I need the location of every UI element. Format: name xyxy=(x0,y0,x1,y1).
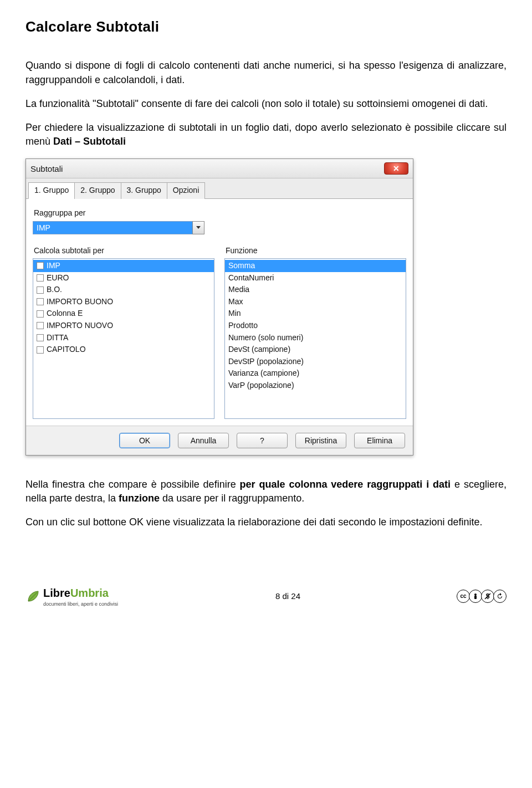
reset-button[interactable]: Ripristina xyxy=(295,433,346,448)
calc-item[interactable]: Colonna E xyxy=(33,308,214,320)
function-item[interactable]: DevStP (popolazione) xyxy=(225,356,406,368)
calc-subtotals-label: Calcola subtotali per xyxy=(34,245,214,257)
function-item[interactable]: VarP (popolazione) xyxy=(225,380,406,392)
tab-group-1[interactable]: 1. Gruppo xyxy=(28,182,75,199)
calc-item[interactable]: IMP xyxy=(33,260,214,272)
menu-path: Dati – Subtotali xyxy=(53,136,126,147)
function-item[interactable]: Min xyxy=(225,308,406,320)
function-item[interactable]: Numero (solo numeri) xyxy=(225,332,406,344)
explain-para-1: Nella finestra che compare è possibile d… xyxy=(25,478,507,505)
checkbox-icon[interactable] xyxy=(37,334,44,341)
leaf-icon xyxy=(25,589,41,604)
calc-item-label: IMPORTO BUONO xyxy=(47,296,113,308)
intro-para-3: Per chiedere la visualizzazione di subto… xyxy=(25,121,507,149)
tab-group-2[interactable]: 2. Gruppo xyxy=(74,182,121,199)
function-item[interactable]: Somma xyxy=(225,260,406,272)
libreumbria-logo: LibreUmbria documenti liberi, aperti e c… xyxy=(25,585,118,608)
by-icon xyxy=(469,590,482,603)
checkbox-icon[interactable] xyxy=(37,322,44,329)
dialog-button-row: OK Annulla ? Ripristina Elimina xyxy=(26,426,413,455)
calc-item-label: CAPITOLO xyxy=(47,344,86,355)
dialog-title: Subtotali xyxy=(30,163,63,175)
function-listbox[interactable]: SommaContaNumeriMediaMaxMinProdottoNumer… xyxy=(224,258,406,419)
calc-item[interactable]: DITTA xyxy=(33,332,214,344)
calc-item-label: EURO xyxy=(47,273,69,284)
svg-point-0 xyxy=(474,593,477,596)
function-item[interactable]: Media xyxy=(225,284,406,296)
checkbox-icon[interactable] xyxy=(37,262,44,269)
nc-icon: $ xyxy=(481,590,494,603)
close-icon: ✕ xyxy=(393,163,400,175)
calc-item-label: IMP xyxy=(47,260,60,272)
logo-text-b: Umbria xyxy=(70,587,109,599)
calc-item-label: DITTA xyxy=(47,332,68,344)
page-footer: LibreUmbria documenti liberi, aperti e c… xyxy=(25,585,507,608)
checkbox-icon[interactable] xyxy=(37,310,44,318)
group-by-dropdown-button[interactable] xyxy=(192,221,204,234)
calc-item[interactable]: B.O. xyxy=(33,284,214,296)
explain-1d: funzione xyxy=(119,493,160,504)
checkbox-icon[interactable] xyxy=(37,346,44,354)
checkbox-icon[interactable] xyxy=(37,286,44,294)
function-item[interactable]: ContaNumeri xyxy=(225,272,406,284)
group-by-combobox[interactable]: IMP xyxy=(33,221,204,234)
checkbox-icon[interactable] xyxy=(37,274,44,282)
intro-para-2: La funzionalità "Subtotali" consente di … xyxy=(25,97,507,111)
calc-item[interactable]: IMPORTO BUONO xyxy=(33,296,214,308)
delete-button[interactable]: Elimina xyxy=(354,433,405,448)
function-item[interactable]: Prodotto xyxy=(225,320,406,332)
tab-group-3[interactable]: 3. Gruppo xyxy=(121,182,167,199)
logo-text-a: Libre xyxy=(43,587,70,599)
ok-button[interactable]: OK xyxy=(119,433,170,448)
group-by-value: IMP xyxy=(33,221,192,234)
function-item[interactable]: Varianza (campione) xyxy=(225,367,406,380)
group-by-label: Raggruppa per xyxy=(34,208,406,219)
function-label: Funzione xyxy=(226,245,406,257)
checkbox-icon[interactable] xyxy=(37,298,44,305)
tab-panel: Raggruppa per IMP Calcola subtotali per … xyxy=(26,199,413,426)
close-button[interactable]: ✕ xyxy=(384,162,408,175)
cancel-button[interactable]: Annulla xyxy=(178,433,229,448)
calc-item[interactable]: EURO xyxy=(33,272,214,284)
sa-icon xyxy=(493,590,507,603)
dialog-screenshot: Subtotali ✕ 1. Gruppo 2. Gruppo 3. Grupp… xyxy=(25,158,507,456)
explain-1a: Nella finestra che compare è possibile d… xyxy=(25,479,240,490)
chevron-down-icon xyxy=(196,226,201,229)
logo-tagline: documenti liberi, aperti e condivisi xyxy=(43,601,118,608)
explain-para-2: Con un clic sul bottone OK viene visuali… xyxy=(25,515,507,529)
help-button[interactable]: ? xyxy=(237,433,288,448)
intro-para-1: Quando si dispone di fogli di calcolo co… xyxy=(25,59,507,86)
tab-strip: 1. Gruppo 2. Gruppo 3. Gruppo Opzioni xyxy=(26,178,413,199)
tab-options[interactable]: Opzioni xyxy=(167,182,205,199)
calc-item[interactable]: CAPITOLO xyxy=(33,344,214,356)
explain-1b: per quale colonna vedere raggruppati i d… xyxy=(240,479,451,490)
subtotali-dialog: Subtotali ✕ 1. Gruppo 2. Gruppo 3. Grupp… xyxy=(25,158,413,456)
dialog-titlebar: Subtotali ✕ xyxy=(26,159,413,178)
function-item[interactable]: DevSt (campione) xyxy=(225,344,406,356)
calc-item-label: Colonna E xyxy=(47,308,83,319)
svg-rect-1 xyxy=(474,596,477,599)
cc-license-badges: cc $ xyxy=(458,590,507,603)
page-title: Calcolare Subtotali xyxy=(25,17,507,37)
calc-item-label: B.O. xyxy=(47,284,62,295)
logo-text: LibreUmbria xyxy=(43,585,118,601)
function-item[interactable]: Max xyxy=(225,296,406,308)
calc-item-label: IMPORTO NUOVO xyxy=(47,320,113,331)
cc-icon: cc xyxy=(457,590,470,603)
page-number: 8 di 24 xyxy=(275,590,300,602)
calc-subtotals-listbox[interactable]: IMPEUROB.O.IMPORTO BUONOColonna EIMPORTO… xyxy=(33,258,214,419)
explain-1e: da usare per il raggruppamento. xyxy=(160,493,304,504)
calc-item[interactable]: IMPORTO NUOVO xyxy=(33,320,214,332)
